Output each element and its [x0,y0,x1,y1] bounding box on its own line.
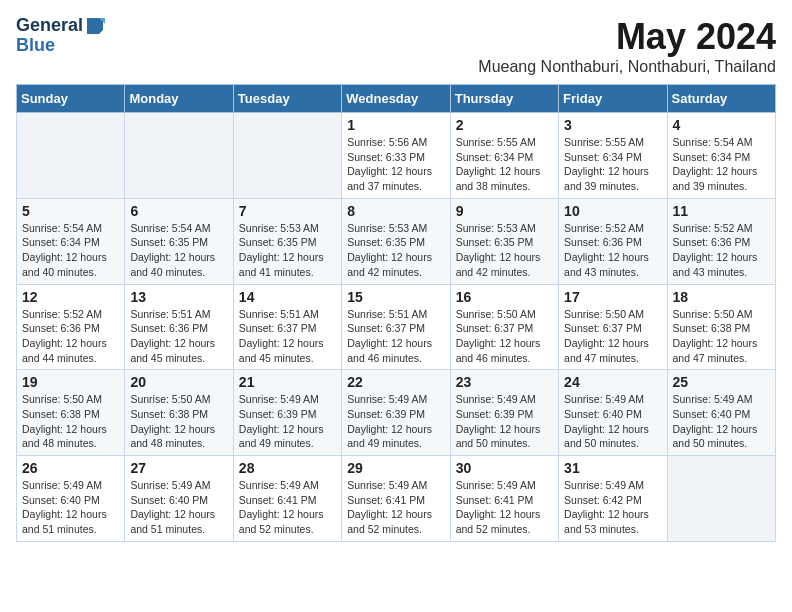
weekday-header-monday: Monday [125,85,233,113]
day-number: 8 [347,203,444,219]
day-info: Sunrise: 5:53 AM Sunset: 6:35 PM Dayligh… [239,221,336,280]
day-number: 17 [564,289,661,305]
day-info: Sunrise: 5:49 AM Sunset: 6:41 PM Dayligh… [239,478,336,537]
day-info: Sunrise: 5:49 AM Sunset: 6:39 PM Dayligh… [347,392,444,451]
day-info: Sunrise: 5:51 AM Sunset: 6:37 PM Dayligh… [347,307,444,366]
calendar-cell: 25Sunrise: 5:49 AM Sunset: 6:40 PM Dayli… [667,370,775,456]
day-number: 23 [456,374,553,390]
calendar-cell: 27Sunrise: 5:49 AM Sunset: 6:40 PM Dayli… [125,456,233,542]
calendar-week-row: 1Sunrise: 5:56 AM Sunset: 6:33 PM Daylig… [17,113,776,199]
day-number: 2 [456,117,553,133]
calendar-week-row: 19Sunrise: 5:50 AM Sunset: 6:38 PM Dayli… [17,370,776,456]
day-number: 9 [456,203,553,219]
weekday-header-friday: Friday [559,85,667,113]
day-info: Sunrise: 5:54 AM Sunset: 6:34 PM Dayligh… [673,135,770,194]
day-number: 3 [564,117,661,133]
day-number: 22 [347,374,444,390]
day-info: Sunrise: 5:50 AM Sunset: 6:38 PM Dayligh… [22,392,119,451]
day-info: Sunrise: 5:49 AM Sunset: 6:40 PM Dayligh… [673,392,770,451]
calendar-cell [17,113,125,199]
day-info: Sunrise: 5:50 AM Sunset: 6:37 PM Dayligh… [564,307,661,366]
day-number: 28 [239,460,336,476]
calendar-cell: 9Sunrise: 5:53 AM Sunset: 6:35 PM Daylig… [450,198,558,284]
calendar-cell: 12Sunrise: 5:52 AM Sunset: 6:36 PM Dayli… [17,284,125,370]
day-info: Sunrise: 5:54 AM Sunset: 6:34 PM Dayligh… [22,221,119,280]
day-number: 20 [130,374,227,390]
weekday-header-saturday: Saturday [667,85,775,113]
calendar-cell: 5Sunrise: 5:54 AM Sunset: 6:34 PM Daylig… [17,198,125,284]
day-number: 30 [456,460,553,476]
day-number: 12 [22,289,119,305]
day-info: Sunrise: 5:49 AM Sunset: 6:40 PM Dayligh… [22,478,119,537]
calendar-cell [667,456,775,542]
day-number: 18 [673,289,770,305]
day-info: Sunrise: 5:55 AM Sunset: 6:34 PM Dayligh… [564,135,661,194]
calendar-cell: 22Sunrise: 5:49 AM Sunset: 6:39 PM Dayli… [342,370,450,456]
calendar-cell: 14Sunrise: 5:51 AM Sunset: 6:37 PM Dayli… [233,284,341,370]
day-number: 27 [130,460,227,476]
day-number: 24 [564,374,661,390]
weekday-header-wednesday: Wednesday [342,85,450,113]
calendar-cell [125,113,233,199]
day-info: Sunrise: 5:49 AM Sunset: 6:42 PM Dayligh… [564,478,661,537]
day-number: 16 [456,289,553,305]
calendar-cell [233,113,341,199]
calendar-cell: 7Sunrise: 5:53 AM Sunset: 6:35 PM Daylig… [233,198,341,284]
calendar-cell: 16Sunrise: 5:50 AM Sunset: 6:37 PM Dayli… [450,284,558,370]
calendar-cell: 13Sunrise: 5:51 AM Sunset: 6:36 PM Dayli… [125,284,233,370]
calendar-cell: 30Sunrise: 5:49 AM Sunset: 6:41 PM Dayli… [450,456,558,542]
subtitle: Mueang Nonthaburi, Nonthaburi, Thailand [478,58,776,76]
calendar-cell: 10Sunrise: 5:52 AM Sunset: 6:36 PM Dayli… [559,198,667,284]
day-info: Sunrise: 5:49 AM Sunset: 6:41 PM Dayligh… [347,478,444,537]
calendar-table: SundayMondayTuesdayWednesdayThursdayFrid… [16,84,776,542]
day-number: 26 [22,460,119,476]
day-number: 31 [564,460,661,476]
day-number: 1 [347,117,444,133]
day-info: Sunrise: 5:50 AM Sunset: 6:38 PM Dayligh… [130,392,227,451]
day-info: Sunrise: 5:49 AM Sunset: 6:40 PM Dayligh… [564,392,661,451]
day-info: Sunrise: 5:49 AM Sunset: 6:39 PM Dayligh… [239,392,336,451]
day-info: Sunrise: 5:54 AM Sunset: 6:35 PM Dayligh… [130,221,227,280]
calendar-week-row: 26Sunrise: 5:49 AM Sunset: 6:40 PM Dayli… [17,456,776,542]
day-info: Sunrise: 5:51 AM Sunset: 6:36 PM Dayligh… [130,307,227,366]
day-number: 13 [130,289,227,305]
day-number: 15 [347,289,444,305]
calendar-cell: 15Sunrise: 5:51 AM Sunset: 6:37 PM Dayli… [342,284,450,370]
day-number: 10 [564,203,661,219]
weekday-header-tuesday: Tuesday [233,85,341,113]
calendar-cell: 20Sunrise: 5:50 AM Sunset: 6:38 PM Dayli… [125,370,233,456]
day-info: Sunrise: 5:52 AM Sunset: 6:36 PM Dayligh… [673,221,770,280]
day-info: Sunrise: 5:52 AM Sunset: 6:36 PM Dayligh… [22,307,119,366]
day-number: 11 [673,203,770,219]
day-number: 4 [673,117,770,133]
calendar-cell: 1Sunrise: 5:56 AM Sunset: 6:33 PM Daylig… [342,113,450,199]
svg-marker-0 [87,18,103,34]
day-info: Sunrise: 5:50 AM Sunset: 6:38 PM Dayligh… [673,307,770,366]
calendar-cell: 19Sunrise: 5:50 AM Sunset: 6:38 PM Dayli… [17,370,125,456]
day-info: Sunrise: 5:55 AM Sunset: 6:34 PM Dayligh… [456,135,553,194]
calendar-cell: 18Sunrise: 5:50 AM Sunset: 6:38 PM Dayli… [667,284,775,370]
day-number: 25 [673,374,770,390]
day-number: 14 [239,289,336,305]
calendar-week-row: 12Sunrise: 5:52 AM Sunset: 6:36 PM Dayli… [17,284,776,370]
weekday-header-thursday: Thursday [450,85,558,113]
logo-blue: Blue [16,35,55,55]
calendar-week-row: 5Sunrise: 5:54 AM Sunset: 6:34 PM Daylig… [17,198,776,284]
calendar-cell: 29Sunrise: 5:49 AM Sunset: 6:41 PM Dayli… [342,456,450,542]
day-info: Sunrise: 5:49 AM Sunset: 6:40 PM Dayligh… [130,478,227,537]
day-number: 21 [239,374,336,390]
logo: General Blue [16,16,105,56]
day-number: 7 [239,203,336,219]
weekday-header-sunday: Sunday [17,85,125,113]
title-area: May 2024 Mueang Nonthaburi, Nonthaburi, … [478,16,776,76]
day-info: Sunrise: 5:50 AM Sunset: 6:37 PM Dayligh… [456,307,553,366]
day-info: Sunrise: 5:49 AM Sunset: 6:39 PM Dayligh… [456,392,553,451]
calendar-cell: 24Sunrise: 5:49 AM Sunset: 6:40 PM Dayli… [559,370,667,456]
main-title: May 2024 [478,16,776,58]
calendar-cell: 21Sunrise: 5:49 AM Sunset: 6:39 PM Dayli… [233,370,341,456]
day-info: Sunrise: 5:51 AM Sunset: 6:37 PM Dayligh… [239,307,336,366]
calendar-cell: 23Sunrise: 5:49 AM Sunset: 6:39 PM Dayli… [450,370,558,456]
page-header: General Blue May 2024 Mueang Nonthaburi,… [16,16,776,76]
day-info: Sunrise: 5:56 AM Sunset: 6:33 PM Dayligh… [347,135,444,194]
calendar-cell: 17Sunrise: 5:50 AM Sunset: 6:37 PM Dayli… [559,284,667,370]
